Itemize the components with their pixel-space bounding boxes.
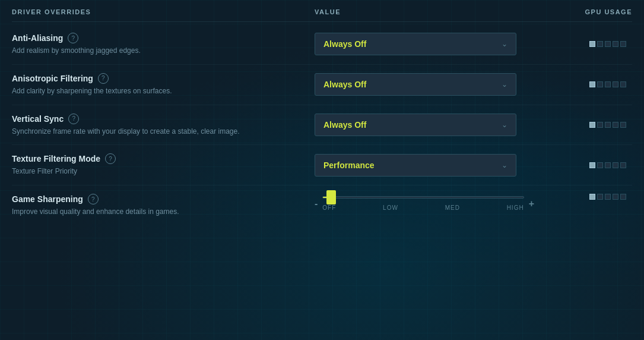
bar-5 bbox=[620, 194, 626, 200]
vertical-sync-bars bbox=[589, 122, 626, 128]
texture-filtering-dropdown[interactable]: Performance ⌄ bbox=[315, 154, 516, 177]
texture-filtering-info: Texture Filtering Mode ? Texture Filter … bbox=[12, 153, 315, 177]
anisotropic-filtering-title: Anisotropic Filtering ? bbox=[12, 73, 315, 84]
bar-4 bbox=[613, 194, 618, 200]
texture-filtering-control: Performance ⌄ bbox=[315, 154, 534, 177]
texture-filtering-gpu-usage bbox=[534, 162, 632, 168]
game-sharpening-control: - OFF LOW MED HIGH + bbox=[315, 194, 534, 211]
anisotropic-filtering-help-icon[interactable]: ? bbox=[98, 73, 109, 84]
driver-overrides-header: DRIVER OVERRIDES bbox=[12, 8, 315, 15]
slider-labels: OFF LOW MED HIGH bbox=[322, 204, 524, 211]
anti-aliasing-value: Always Off bbox=[323, 39, 366, 49]
vertical-sync-value: Always Off bbox=[323, 120, 366, 130]
game-sharpening-slider-wrapper: - OFF LOW MED HIGH + bbox=[315, 196, 534, 211]
bar-3 bbox=[605, 81, 611, 87]
vertical-sync-row: Vertical Sync ? Synchronize frame rate w… bbox=[12, 105, 632, 146]
vertical-sync-control: Always Off ⌄ bbox=[315, 114, 534, 136]
game-sharpening-title: Game Sharpening ? bbox=[12, 194, 315, 204]
game-sharpening-help-icon[interactable]: ? bbox=[88, 194, 99, 204]
vertical-sync-gpu-usage bbox=[534, 122, 632, 128]
bar-4 bbox=[613, 41, 618, 47]
vertical-sync-name: Vertical Sync bbox=[12, 114, 64, 124]
bar-5 bbox=[620, 122, 626, 128]
anisotropic-filtering-row: Anisotropic Filtering ? Add clarity by s… bbox=[12, 65, 632, 105]
slider-track-container: OFF LOW MED HIGH bbox=[322, 196, 524, 211]
anisotropic-filtering-info: Anisotropic Filtering ? Add clarity by s… bbox=[12, 73, 315, 96]
anisotropic-filtering-arrow-icon: ⌄ bbox=[502, 80, 507, 89]
bar-1 bbox=[589, 81, 595, 87]
bar-2 bbox=[597, 162, 603, 168]
slider-label-off: OFF bbox=[322, 204, 336, 211]
game-sharpening-gpu-usage bbox=[534, 194, 632, 200]
bar-1 bbox=[589, 41, 595, 47]
anisotropic-filtering-dropdown[interactable]: Always Off ⌄ bbox=[315, 73, 516, 96]
texture-filtering-arrow-icon: ⌄ bbox=[502, 161, 507, 169]
vertical-sync-help-icon[interactable]: ? bbox=[68, 114, 79, 124]
bar-4 bbox=[613, 162, 618, 168]
slider-label-low: LOW bbox=[383, 204, 398, 211]
vertical-sync-title: Vertical Sync ? bbox=[12, 114, 315, 124]
table-header: DRIVER OVERRIDES VALUE GPU USAGE bbox=[12, 0, 632, 22]
texture-filtering-name: Texture Filtering Mode bbox=[12, 154, 100, 163]
game-sharpening-row: Game Sharpening ? Improve visual quality… bbox=[12, 185, 632, 225]
anisotropic-filtering-name: Anisotropic Filtering bbox=[12, 74, 93, 83]
value-header: VALUE bbox=[315, 8, 534, 15]
anti-aliasing-title: Anti-Aliasing ? bbox=[12, 33, 315, 43]
anti-aliasing-gpu-usage bbox=[534, 41, 632, 47]
bar-2 bbox=[597, 122, 603, 128]
slider-track[interactable] bbox=[322, 196, 524, 199]
anisotropic-filtering-desc: Add clarity by sharpening the textures o… bbox=[12, 86, 261, 96]
vertical-sync-arrow-icon: ⌄ bbox=[502, 121, 507, 129]
bar-2 bbox=[597, 194, 603, 200]
bar-2 bbox=[597, 41, 603, 47]
bar-2 bbox=[597, 81, 603, 87]
game-sharpening-info: Game Sharpening ? Improve visual quality… bbox=[12, 194, 315, 217]
slider-label-high: HIGH bbox=[507, 204, 524, 211]
bar-1 bbox=[589, 194, 595, 200]
bar-4 bbox=[613, 122, 618, 128]
game-sharpening-bars bbox=[589, 194, 626, 200]
anisotropic-filtering-bars bbox=[589, 81, 626, 87]
bar-5 bbox=[620, 162, 626, 168]
bar-1 bbox=[589, 162, 595, 168]
anti-aliasing-control: Always Off ⌄ bbox=[315, 33, 534, 55]
anisotropic-filtering-control: Always Off ⌄ bbox=[315, 73, 534, 96]
texture-filtering-bars bbox=[589, 162, 626, 168]
bar-1 bbox=[589, 122, 595, 128]
game-sharpening-name: Game Sharpening bbox=[12, 194, 83, 204]
anti-aliasing-desc: Add realism by smoothing jagged edges. bbox=[12, 46, 261, 56]
anti-aliasing-help-icon[interactable]: ? bbox=[68, 33, 78, 43]
game-sharpening-desc: Improve visual quality and enhance detai… bbox=[12, 207, 261, 217]
gpu-usage-header: GPU USAGE bbox=[534, 8, 632, 15]
bar-4 bbox=[613, 81, 618, 87]
bar-3 bbox=[605, 194, 611, 200]
vertical-sync-dropdown[interactable]: Always Off ⌄ bbox=[315, 114, 516, 136]
vertical-sync-info: Vertical Sync ? Synchronize frame rate w… bbox=[12, 114, 315, 137]
anti-aliasing-row: Anti-Aliasing ? Add realism by smoothing… bbox=[12, 24, 632, 65]
anti-aliasing-arrow-icon: ⌄ bbox=[502, 40, 507, 48]
bar-3 bbox=[605, 41, 611, 47]
slider-label-med: MED bbox=[445, 204, 460, 211]
bar-5 bbox=[620, 41, 626, 47]
vertical-sync-desc: Synchronize frame rate with your display… bbox=[12, 127, 261, 137]
anisotropic-filtering-value: Always Off bbox=[323, 80, 366, 89]
texture-filtering-help-icon[interactable]: ? bbox=[105, 153, 116, 164]
anti-aliasing-name: Anti-Aliasing bbox=[12, 33, 63, 43]
anisotropic-filtering-gpu-usage bbox=[534, 81, 632, 87]
texture-filtering-value: Performance bbox=[323, 160, 375, 170]
anti-aliasing-info: Anti-Aliasing ? Add realism by smoothing… bbox=[12, 33, 315, 56]
texture-filtering-row: Texture Filtering Mode ? Texture Filter … bbox=[12, 145, 632, 185]
anti-aliasing-bars bbox=[589, 41, 626, 47]
texture-filtering-title: Texture Filtering Mode ? bbox=[12, 153, 315, 164]
anti-aliasing-dropdown[interactable]: Always Off ⌄ bbox=[315, 33, 516, 55]
slider-minus-button[interactable]: - bbox=[315, 199, 318, 209]
bar-5 bbox=[620, 81, 626, 87]
slider-plus-button[interactable]: + bbox=[529, 199, 534, 209]
bar-3 bbox=[605, 162, 611, 168]
texture-filtering-desc: Texture Filter Priority bbox=[12, 166, 261, 177]
slider-thumb[interactable] bbox=[326, 190, 336, 204]
bar-3 bbox=[605, 122, 611, 128]
